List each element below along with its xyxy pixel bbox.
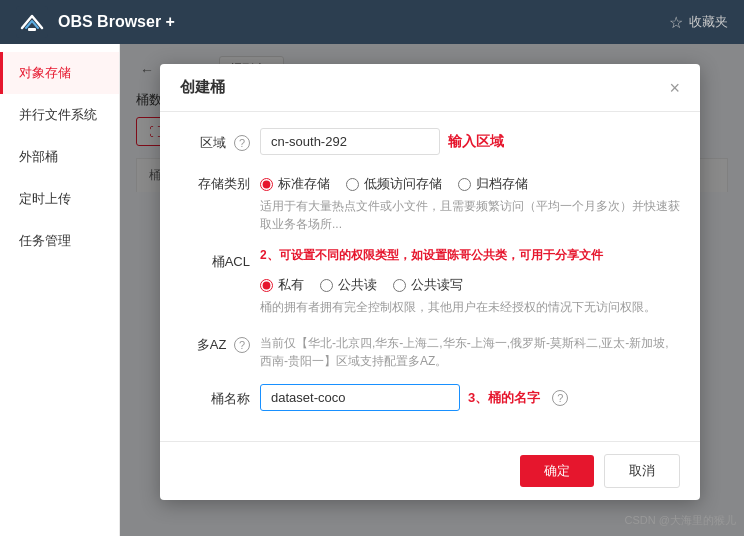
storage-low-freq[interactable]: 低频访问存储 xyxy=(346,175,442,193)
multi-az-content: 当前仅【华北-北京四,华东-上海二,华东-上海一,俄罗斯-莫斯科二,亚太-新加坡… xyxy=(260,330,680,370)
storage-type-radio-group: 标准存储 低频访问存储 归档存储 xyxy=(260,169,680,193)
main-content: ← → ↑ 桶列表 / 桶数量： 12 1、创建桶 ⛶ 创建桶 + 碎片 🛡 桶… xyxy=(120,44,744,536)
dialog-footer: 确定 取消 xyxy=(160,441,700,500)
bucket-name-annotation: 3、桶的名字 xyxy=(468,389,540,407)
dialog-header: 创建桶 × xyxy=(160,64,700,112)
acl-content: 2、可设置不同的权限类型，如设置陈哥公共类，可用于分享文件 私有 公共读 xyxy=(260,247,680,316)
header: OBS Browser + ☆ 收藏夹 xyxy=(0,0,744,44)
app-title: OBS Browser + xyxy=(58,13,175,31)
svg-rect-1 xyxy=(28,28,36,31)
header-logo: OBS Browser + xyxy=(16,6,175,38)
dialog-close-button[interactable]: × xyxy=(669,79,680,97)
acl-annotation: 2、可设置不同的权限类型，如设置陈哥公共类，可用于分享文件 xyxy=(260,247,680,264)
confirm-button[interactable]: 确定 xyxy=(520,455,594,487)
bucket-name-content: 3、桶的名字 ? xyxy=(260,384,680,411)
region-label: 区域 ? xyxy=(180,128,250,152)
storage-standard-radio[interactable] xyxy=(260,178,273,191)
storage-type-row: 存储类别 标准存储 低频访问存储 xyxy=(180,169,680,233)
main-layout: 对象存储 并行文件系统 外部桶 定时上传 任务管理 ← → ↑ 桶列表 / 桶数… xyxy=(0,44,744,536)
acl-public-read-radio[interactable] xyxy=(320,279,333,292)
acl-public-readwrite[interactable]: 公共读写 xyxy=(393,276,463,294)
sidebar: 对象存储 并行文件系统 外部桶 定时上传 任务管理 xyxy=(0,44,120,536)
acl-private[interactable]: 私有 xyxy=(260,276,304,294)
multi-az-help-icon[interactable]: ? xyxy=(234,337,250,353)
sidebar-item-parallel-fs[interactable]: 并行文件系统 xyxy=(0,94,119,136)
storage-type-hint: 适用于有大量热点文件或小文件，且需要频繁访问（平均一个月多次）并快速获取业务各场… xyxy=(260,197,680,233)
bucket-name-input[interactable] xyxy=(260,384,460,411)
sidebar-item-external-bucket[interactable]: 外部桶 xyxy=(0,136,119,178)
storage-low-freq-radio[interactable] xyxy=(346,178,359,191)
create-bucket-dialog: 创建桶 × 区域 ? 输入区域 xyxy=(160,64,700,500)
storage-type-content: 标准存储 低频访问存储 归档存储 xyxy=(260,169,680,233)
region-row: 区域 ? 输入区域 xyxy=(180,128,680,155)
acl-hint: 桶的拥有者拥有完全控制权限，其他用户在未经授权的情况下无访问权限。 xyxy=(260,298,680,316)
bucket-name-row: 桶名称 3、桶的名字 ? xyxy=(180,384,680,411)
sidebar-item-task-management[interactable]: 任务管理 xyxy=(0,220,119,262)
region-help-icon[interactable]: ? xyxy=(234,135,250,151)
sidebar-item-scheduled-upload[interactable]: 定时上传 xyxy=(0,178,119,220)
region-content: 输入区域 xyxy=(260,128,680,155)
watermark: CSDN @大海里的猴儿 xyxy=(625,513,736,528)
storage-standard[interactable]: 标准存储 xyxy=(260,175,330,193)
acl-public-readwrite-radio[interactable] xyxy=(393,279,406,292)
multi-az-hint: 当前仅【华北-北京四,华东-上海二,华东-上海一,俄罗斯-莫斯科二,亚太-新加坡… xyxy=(260,334,680,370)
storage-type-label: 存储类别 xyxy=(180,169,250,193)
logo-icon xyxy=(16,6,48,38)
dialog-body: 区域 ? 输入区域 存储类别 xyxy=(160,112,700,441)
dialog-title: 创建桶 xyxy=(180,78,225,97)
bucket-name-label: 桶名称 xyxy=(180,384,250,408)
dialog-overlay: 创建桶 × 区域 ? 输入区域 xyxy=(120,44,744,536)
storage-archive[interactable]: 归档存储 xyxy=(458,175,528,193)
acl-row: 桶ACL 2、可设置不同的权限类型，如设置陈哥公共类，可用于分享文件 私有 xyxy=(180,247,680,316)
storage-archive-radio[interactable] xyxy=(458,178,471,191)
cancel-button[interactable]: 取消 xyxy=(604,454,680,488)
multi-az-label: 多AZ ? xyxy=(180,330,250,354)
multi-az-row: 多AZ ? 当前仅【华北-北京四,华东-上海二,华东-上海一,俄罗斯-莫斯科二,… xyxy=(180,330,680,370)
region-input[interactable] xyxy=(260,128,440,155)
header-right: ☆ 收藏夹 xyxy=(669,13,728,32)
sidebar-item-object-storage[interactable]: 对象存储 xyxy=(0,52,119,94)
bucket-name-help-icon[interactable]: ? xyxy=(552,390,568,406)
acl-public-read[interactable]: 公共读 xyxy=(320,276,377,294)
favorite-label: 收藏夹 xyxy=(689,13,728,31)
acl-radio-group: 私有 公共读 公共读写 xyxy=(260,270,680,294)
acl-private-radio[interactable] xyxy=(260,279,273,292)
region-annotation: 输入区域 xyxy=(448,133,504,151)
star-icon[interactable]: ☆ xyxy=(669,13,683,32)
acl-label-text: 桶ACL xyxy=(180,247,250,271)
